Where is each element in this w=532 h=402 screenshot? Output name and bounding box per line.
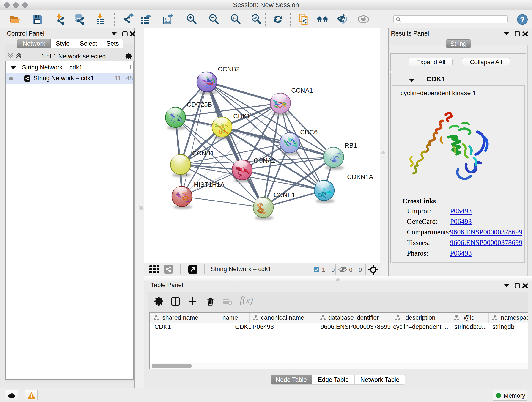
svg-text:CCNA2: CCNA2 [254, 157, 275, 164]
svg-text:CCNB1: CCNB1 [192, 150, 214, 157]
svg-text:CCNB2: CCNB2 [218, 65, 240, 73]
svg-text:RB1: RB1 [345, 142, 357, 149]
svg-text:CCNA1: CCNA1 [291, 87, 313, 94]
svg-text:CDKN1A: CDKN1A [347, 173, 373, 180]
svg-text:CDC6: CDC6 [300, 128, 317, 136]
svg-text:CDC25B: CDC25B [187, 101, 212, 108]
svg-text:CDK1: CDK1 [233, 113, 250, 120]
svg-text:HIST1H1A: HIST1H1A [194, 181, 225, 188]
svg-text:CCNE1: CCNE1 [273, 191, 295, 198]
